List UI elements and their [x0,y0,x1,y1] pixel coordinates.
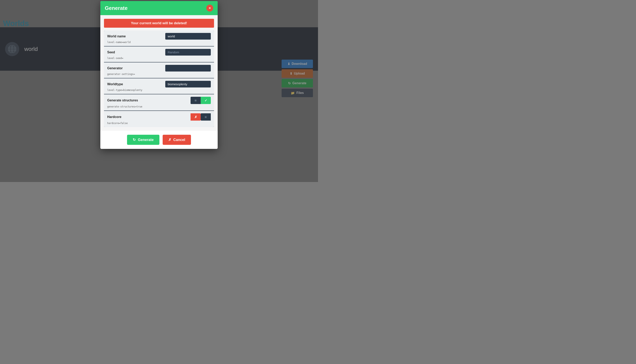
modal-body: Your current world will be deleted! Worl… [100,15,218,131]
toggle-left-structures[interactable]: ■ [190,97,201,104]
generator-label: Generator [107,66,123,70]
world-name-label: World name [107,34,126,38]
toggle-x-hardcore[interactable]: ✗ [190,113,201,120]
modal-close-button[interactable]: × [206,5,213,12]
generate-structures-label: Generate structures [107,98,138,102]
seed-row: Seed level-seed= [104,46,214,62]
hardcore-row: Hardcore ✗ ■ hardcore=false [104,111,214,127]
modal-footer: ↻ Generate ✗ Cancel [100,131,218,149]
modal-overlay: Generate × Your current world will be de… [0,0,318,182]
checkmark-icon: ✓ [204,98,207,102]
modal-cancel-button[interactable]: ✗ Cancel [163,135,191,145]
worldtype-input[interactable] [165,81,211,88]
world-name-input[interactable] [165,33,211,40]
worldtype-label: Worldtype [107,82,123,86]
seed-hint: level-seed= [107,57,211,60]
modal-header: Generate × [100,1,218,15]
hardcore-toggle[interactable]: ✗ ■ [190,113,211,120]
generate-icon: ↻ [133,138,136,142]
toggle-dark2-icon: ■ [205,115,207,119]
seed-label: Seed [107,50,115,54]
generator-input[interactable] [165,65,211,72]
seed-input[interactable] [165,49,211,56]
toggle-right-hardcore[interactable]: ■ [201,113,211,120]
generate-structures-hint: generate-structures=true [107,105,211,108]
form-container: World name level-name=world Seed level-s… [104,30,214,127]
hardcore-hint: hardcore=false [107,122,211,125]
modal-generate-button[interactable]: ↻ Generate [127,135,159,145]
generate-structures-row: Generate structures ■ ✓ generate-structu… [104,94,214,111]
x-icon: ✗ [194,115,197,119]
close-icon: × [209,6,211,10]
worldtype-hint: level-type=biomesoplenty [107,89,211,92]
generate-modal: Generate × Your current world will be de… [100,1,218,149]
generator-row: Generator generator-settings= [104,62,214,78]
warning-banner: Your current world will be deleted! [104,19,214,28]
world-name-hint: level-name=world [107,41,211,44]
generator-hint: generator-settings= [107,73,211,76]
world-name-row: World name level-name=world [104,30,214,46]
generate-structures-toggle[interactable]: ■ ✓ [190,97,211,104]
cancel-icon: ✗ [168,138,171,142]
worldtype-row: Worldtype level-type=biomesoplenty [104,78,214,94]
toggle-check-structures[interactable]: ✓ [201,97,211,104]
modal-title: Generate [105,5,128,11]
hardcore-label: Hardcore [107,115,121,119]
toggle-dark-icon: ■ [194,98,197,102]
